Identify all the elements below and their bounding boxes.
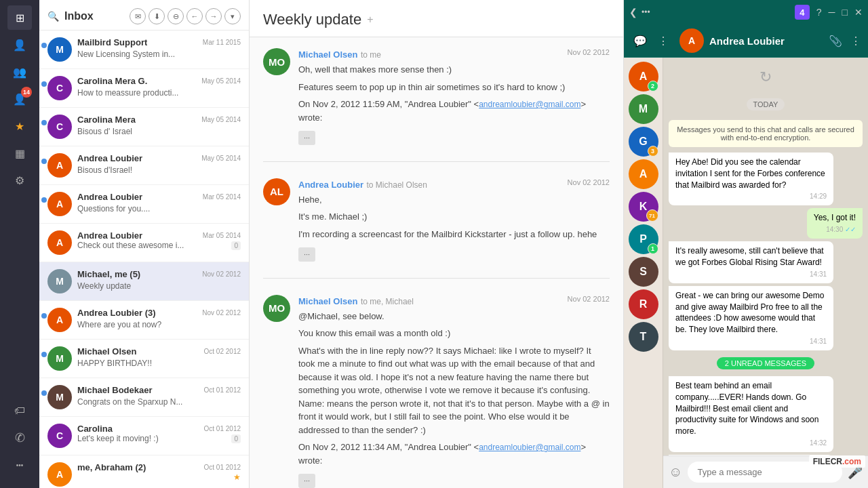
email-subject: Where are you at now? (77, 320, 161, 329)
email-date: Oct 01 2012 (204, 464, 241, 471)
search-button[interactable]: 🔍 (47, 11, 59, 22)
list-item[interactable]: C Carolina Oct 01 2012 Let's keep it mov… (39, 417, 249, 455)
show-more-button[interactable]: ··· (298, 247, 315, 262)
unread-dot (41, 159, 47, 164)
sidebar-icon-apps[interactable]: ⚙ (7, 168, 32, 192)
thread-date: Nov 02 2012 (568, 178, 610, 190)
message-time: 14:31 (675, 337, 827, 346)
unread-dot (41, 81, 47, 87)
email-detail-panel: Weekly update + MO Michael Olsen to me N… (250, 0, 624, 488)
chat-options-icon[interactable]: ⋮ (850, 35, 861, 47)
filter-button[interactable]: ▾ (224, 8, 241, 24)
email-list-panel: 🔍 Inbox ✉ ⬇ ⊖ ← → ▾ M Mailbird Support M… (39, 0, 250, 488)
add-label-button[interactable]: + (367, 14, 373, 26)
chat-messages: ↻ TODAY Messages you send to this chat a… (663, 58, 868, 455)
email-date: May 05 2014 (201, 77, 241, 85)
contact-item[interactable]: S (629, 257, 658, 287)
unread-dot (41, 197, 47, 203)
thread-to: to me (361, 50, 381, 60)
email-list-header: 🔍 Inbox ✉ ⬇ ⊖ ← → ▾ (39, 0, 249, 30)
list-item[interactable]: M Mailbird Support Mar 11 2015 New Licen… (39, 30, 249, 69)
contact-item[interactable]: K 71 (629, 192, 658, 222)
back-button[interactable]: ← (186, 8, 203, 24)
contact-item[interactable]: T (629, 322, 658, 352)
list-item[interactable]: A me, Abraham (2) Oct 01 2012 ★ (39, 455, 249, 488)
email-content: Andrea Loubier Mar 05 2014 Check out the… (77, 230, 241, 250)
sidebar-icon-more[interactable]: ••• (7, 453, 32, 477)
chat-more-icon[interactable]: ⋮ (655, 32, 671, 50)
forward-button[interactable]: → (205, 8, 222, 24)
avatar: AL (263, 178, 290, 205)
compose-button[interactable]: ✉ (130, 8, 146, 24)
whatsapp-icon: ✆ (15, 430, 25, 445)
apps-icon: ⚙ (15, 174, 24, 187)
sidebar-icon-star[interactable]: ★ (7, 114, 32, 138)
sidebar-icon-tag[interactable]: 🏷 (7, 399, 32, 423)
sidebar: ⊞ 👤 👥 👤 14 ★ ▦ ⚙ 🏷 ✆ ••• (0, 0, 39, 488)
star-icon: ★ (15, 120, 24, 133)
thread-sender: Andrea Loubier (298, 180, 363, 190)
contact-item[interactable]: A 2 (629, 62, 658, 92)
show-more-button[interactable]: ··· (298, 131, 315, 145)
unread-dot (41, 390, 47, 396)
email-count: 0 (231, 241, 241, 250)
close-icon[interactable]: ✕ (854, 7, 863, 18)
email-thread: MO Michael Olsen to me Nov 02 2012 Oh, w… (250, 37, 623, 488)
thread-body: @Michael, see below. You know this email… (298, 310, 610, 488)
minimize-icon[interactable]: ─ (829, 7, 835, 18)
avatar: C (47, 424, 72, 448)
chat-tab-icon[interactable]: 💬 (631, 32, 650, 50)
email-date: Oct 01 2012 (204, 386, 241, 394)
thread-content: Andrea Loubier to Michael Olsen Nov 02 2… (298, 178, 610, 262)
chat-back-arrow[interactable]: ❮ (629, 7, 637, 18)
message-time: 14:31 (675, 270, 827, 279)
sidebar-icon-calendar[interactable]: ▦ (7, 141, 32, 165)
filecr-watermark: FILECR.com (809, 455, 865, 468)
email-sender: me, Abraham (2) (77, 462, 146, 472)
attachment-icon[interactable]: 📎 (829, 35, 842, 47)
chat-bubble-sent: Yes, I got it! 14:30 ✓✓ (807, 208, 863, 239)
help-icon[interactable]: ? (816, 7, 822, 18)
list-item[interactable]: C Carolina Mera May 05 2014 Bisous d' Is… (39, 108, 249, 146)
email-subject: Weekly update (77, 281, 131, 291)
sidebar-icon-person[interactable]: 👤 (7, 33, 32, 57)
chat-contact-name: Andrea Loubier (709, 35, 823, 47)
contact-item[interactable]: P 1 (629, 224, 658, 254)
restore-icon[interactable]: □ (842, 7, 848, 18)
email-date: Nov 02 2012 (202, 270, 241, 278)
unread-dot (41, 43, 47, 48)
thread-message: AL Andrea Loubier to Michael Olsen Nov 0… (263, 178, 610, 262)
email-subject: Bisous d'Israel! (77, 165, 132, 175)
thread-content: Michael Olsen to me Nov 02 2012 Oh, well… (298, 48, 610, 145)
thread-sender: Michael Olsen (298, 49, 357, 60)
email-sender: Andrea Loubier (77, 230, 142, 241)
list-item[interactable]: A Andrea Loubier May 05 2014 Bisous d'Is… (39, 146, 249, 185)
emoji-button[interactable]: ☺ (669, 464, 682, 480)
email-subject: Questions for you.... (77, 204, 150, 214)
contact-item[interactable]: M (629, 94, 658, 124)
download-button[interactable]: ⬇ (149, 8, 165, 24)
email-date: Nov 02 2012 (202, 309, 241, 317)
delete-button[interactable]: ⊖ (167, 8, 184, 24)
thread-date: Nov 02 2012 (568, 48, 610, 60)
contact-item[interactable]: A (629, 159, 658, 189)
thread-message: MO Michael Olsen to me, Michael Nov 02 2… (263, 295, 610, 488)
list-item[interactable]: A Andrea Loubier Mar 05 2014 Questions f… (39, 185, 249, 224)
list-item[interactable]: M Michael Olsen Oct 02 2012 HAPPY BIRTHD… (39, 340, 249, 378)
chat-header-icons: 📎 ⋮ (829, 35, 861, 47)
list-item[interactable]: C Carolina Mera G. May 05 2014 How to me… (39, 69, 249, 108)
unread-dot (41, 120, 47, 125)
chat-contacts: A 2 M G 3 A K 71 P 1 S R T (624, 58, 663, 488)
sidebar-icon-group[interactable]: 👥 (7, 60, 32, 84)
show-more-button[interactable]: ··· (298, 474, 315, 488)
contact-item[interactable]: G 3 (629, 127, 658, 157)
list-item[interactable]: A Andrea Loubier (3) Nov 02 2012 Where a… (39, 301, 249, 340)
sidebar-icon-whatsapp[interactable]: ✆ (7, 426, 32, 450)
list-item[interactable]: M Michael, me (5) Nov 02 2012 Weekly upd… (39, 262, 249, 301)
sidebar-icon-grid[interactable]: ⊞ (7, 5, 32, 30)
sidebar-icon-contact[interactable]: 👤 14 (7, 87, 32, 111)
chat-dots[interactable]: ••• (642, 7, 650, 17)
list-item[interactable]: A Andrea Loubier Mar 05 2014 Check out t… (39, 224, 249, 262)
list-item[interactable]: M Michael Bodekaer Oct 01 2012 Congrats … (39, 378, 249, 417)
contact-item[interactable]: R (629, 289, 658, 319)
